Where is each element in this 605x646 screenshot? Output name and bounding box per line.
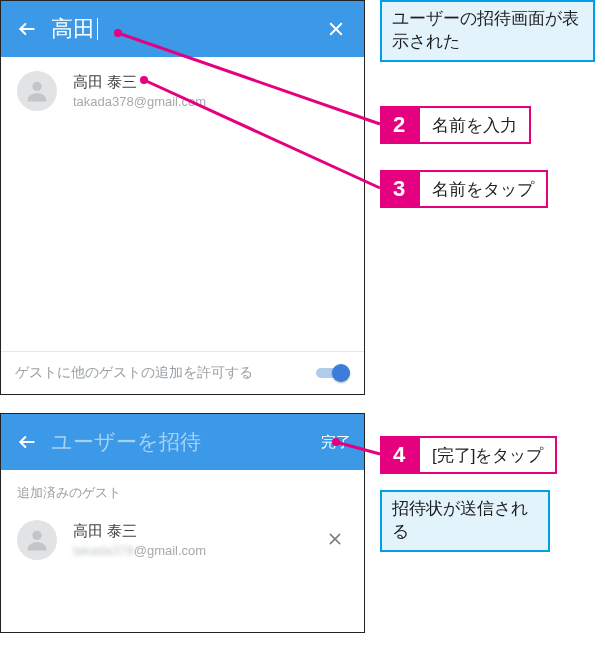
avatar [17, 520, 57, 560]
step-number: 2 [380, 106, 418, 144]
search-results: 高田 泰三 takada378@gmail.com [1, 57, 364, 351]
svg-point-5 [32, 531, 41, 540]
back-arrow-icon[interactable] [11, 426, 43, 458]
callout-invite-sent: 招待状が送信される [380, 490, 550, 552]
toolbar: 高田 [1, 1, 364, 57]
invite-search-screen: 高田 高田 泰三 takada378@gmail.com ゲストに他のゲストの追… [0, 0, 365, 395]
guest-search-input[interactable]: ユーザーを招待 [51, 428, 318, 456]
toolbar: ユーザーを招待 完了 [1, 414, 364, 470]
guest-name: 高田 泰三 [73, 522, 320, 541]
remove-guest-button[interactable] [320, 529, 350, 552]
step-label: 名前をタップ [418, 170, 548, 208]
step-number: 4 [380, 436, 418, 474]
result-name: 高田 泰三 [73, 73, 350, 92]
step-number: 3 [380, 170, 418, 208]
allow-guests-toggle[interactable] [316, 364, 350, 382]
guest-text: 高田 泰三 takada378@gmail.com [73, 522, 320, 558]
text-caret [97, 18, 98, 40]
svg-point-3 [32, 82, 41, 91]
result-email: takada378@gmail.com [73, 94, 350, 109]
step-2: 2 名前を入力 [380, 106, 531, 144]
allow-guests-label: ゲストに他のゲストの追加を許可する [15, 364, 316, 382]
done-button[interactable]: 完了 [318, 433, 354, 452]
guest-email-domain: @gmail.com [134, 543, 206, 558]
guest-search-value: 高田 [51, 14, 95, 44]
guest-email: takada378@gmail.com [73, 543, 320, 558]
avatar [17, 71, 57, 111]
search-result-item[interactable]: 高田 泰三 takada378@gmail.com [1, 57, 364, 125]
step-4: 4 [完了]をタップ [380, 436, 557, 474]
back-arrow-icon[interactable] [11, 13, 43, 45]
close-icon[interactable] [318, 20, 354, 38]
step-3: 3 名前をタップ [380, 170, 548, 208]
invite-confirm-screen: ユーザーを招待 完了 追加済みのゲスト 高田 泰三 takada378@gmai… [0, 413, 365, 633]
allow-guests-row: ゲストに他のゲストの追加を許可する [1, 351, 364, 394]
added-guest-item: 高田 泰三 takada378@gmail.com [1, 506, 364, 574]
guest-email-blurred: takada378 [73, 543, 134, 558]
result-text: 高田 泰三 takada378@gmail.com [73, 73, 350, 109]
step-label: 名前を入力 [418, 106, 531, 144]
step-label: [完了]をタップ [418, 436, 557, 474]
guest-search-placeholder: ユーザーを招待 [51, 428, 201, 456]
added-guests-label: 追加済みのゲスト [1, 470, 364, 506]
callout-screen-shown: ユーザーの招待画面が表示された [380, 0, 595, 62]
guest-search-input[interactable]: 高田 [51, 15, 318, 43]
